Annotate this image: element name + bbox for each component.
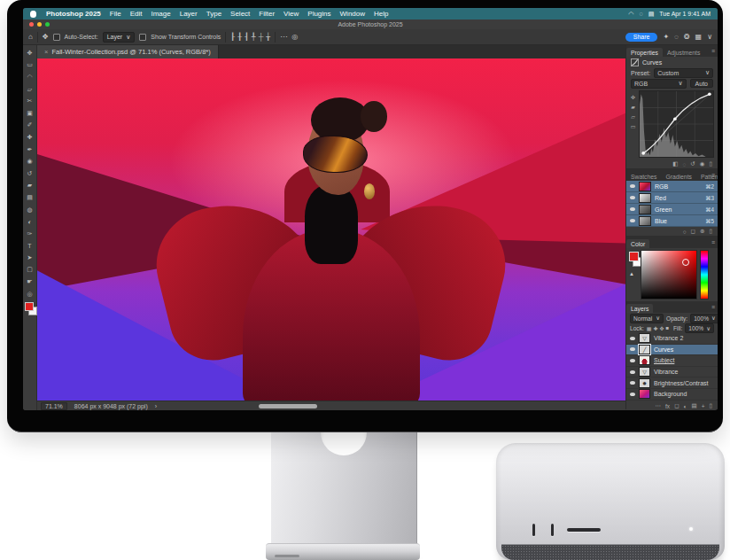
chevron-down-icon[interactable]: ∨ <box>707 33 712 41</box>
canvas[interactable] <box>37 58 625 401</box>
move-tool-icon[interactable]: ✥ <box>43 33 49 41</box>
tab-gradients[interactable]: Gradients <box>661 172 695 181</box>
panel-menu-icon[interactable]: ≡ <box>711 239 715 245</box>
channel-row-rgb[interactable]: RGB ⌘2 <box>626 181 718 192</box>
menu-item-filter[interactable]: Filter <box>254 10 279 18</box>
search-icon[interactable]: ◌ <box>674 33 679 41</box>
color-picker-ring[interactable] <box>682 259 689 266</box>
home-icon[interactable]: ⌂ <box>28 33 33 41</box>
menu-item-select[interactable]: Select <box>226 10 254 18</box>
layer-thumbnail[interactable] <box>639 355 650 365</box>
align-icon-5[interactable]: ╁ <box>266 33 270 41</box>
object-selection-tool-icon[interactable]: ▱ <box>25 83 35 96</box>
panel-menu-icon[interactable]: ≡ <box>711 172 715 178</box>
healing-brush-tool-icon[interactable]: ✚ <box>25 131 35 144</box>
layer-thumbnail[interactable]: ▽ <box>639 333 650 343</box>
menu-item-view[interactable]: View <box>279 10 303 18</box>
brush-tool-icon[interactable]: ✒ <box>25 144 35 156</box>
delete-channel-icon[interactable]: ▯ <box>709 228 712 235</box>
auto-select-checkbox[interactable] <box>53 34 60 41</box>
previous-state-icon[interactable]: ◉ <box>700 160 705 167</box>
eye-icon[interactable] <box>630 219 635 222</box>
frame-tool-icon[interactable]: ▣ <box>25 107 35 120</box>
menu-item-edit[interactable]: Edit <box>126 10 147 18</box>
align-icon-4[interactable]: ┼ <box>259 33 264 41</box>
layer-row-vibrance-2[interactable]: ▽ Vibrance 2 <box>626 333 718 345</box>
menu-item-image[interactable]: Image <box>146 10 175 18</box>
menu-item-type[interactable]: Type <box>202 10 226 18</box>
apple-menu-icon[interactable] <box>30 11 36 18</box>
close-tab-icon[interactable]: × <box>44 48 48 56</box>
lock-icon-3[interactable]: ■ <box>666 325 670 331</box>
eye-icon[interactable] <box>630 337 635 340</box>
show-transform-checkbox[interactable] <box>139 34 146 41</box>
preset-dropdown[interactable]: Custom ∨ <box>654 68 713 78</box>
saturation-brightness-field[interactable] <box>641 250 697 299</box>
layer-thumbnail[interactable]: ▽ <box>639 367 650 377</box>
eraser-tool-icon[interactable]: ▰ <box>25 180 35 192</box>
fill-dropdown[interactable]: 100% ∨ <box>685 323 714 333</box>
layer-row-background[interactable]: Background <box>626 389 718 401</box>
menu-item-help[interactable]: Help <box>369 10 392 18</box>
align-icon-3[interactable]: ╀ <box>252 33 256 41</box>
workspace-icon[interactable]: ▦ <box>695 33 703 41</box>
foreground-color-swatch[interactable] <box>629 252 639 261</box>
save-selection-icon[interactable]: ◻ <box>691 228 695 235</box>
shape-tool-icon[interactable]: ▢ <box>25 264 35 276</box>
auto-select-dropdown[interactable]: Layer ∨ <box>103 32 136 43</box>
load-selection-icon[interactable]: ○ <box>683 229 687 235</box>
layer-row-brightness-contrast[interactable]: ✹ Brightness/Contrast <box>626 377 718 389</box>
panel-menu-icon[interactable]: ≡ <box>711 48 715 54</box>
layer-thumbnail[interactable] <box>639 389 650 399</box>
eye-icon[interactable] <box>630 207 635 211</box>
menu-item-window[interactable]: Window <box>336 10 369 18</box>
tool-options-icon[interactable]: ◎ <box>291 33 298 41</box>
foreground-color-swatch[interactable] <box>25 302 34 311</box>
eye-icon[interactable] <box>630 393 635 396</box>
eye-icon[interactable] <box>630 184 635 188</box>
hue-slider[interactable] <box>700 250 709 299</box>
wifi-icon[interactable]: ◠ <box>628 11 633 18</box>
more-options-icon[interactable]: ⋯ <box>280 33 287 41</box>
zoom-level-field[interactable]: 71.1% <box>41 402 67 410</box>
blur-tool-icon[interactable]: ◍ <box>25 204 35 216</box>
status-arrow-icon[interactable]: › <box>155 403 157 409</box>
menu-item-layer[interactable]: Layer <box>175 10 202 18</box>
color-swatches[interactable] <box>25 302 35 315</box>
new-channel-icon[interactable]: ⊕ <box>700 228 704 235</box>
eyedropper-tool-icon[interactable]: ✐ <box>25 120 35 132</box>
panel-menu-icon[interactable]: ≡ <box>711 304 715 310</box>
eye-icon[interactable] <box>630 370 635 374</box>
menu-item-photoshop-2025[interactable]: Photoshop 2025 <box>42 10 105 18</box>
history-brush-tool-icon[interactable]: ↺ <box>25 167 35 180</box>
layer-row-curves[interactable]: ╱ Curves <box>626 345 718 356</box>
document-tab[interactable]: × Fall-Winter-Collection.psd @ 71.1% (Cu… <box>37 45 219 58</box>
eyedropper-icon-3[interactable]: ▭ <box>631 123 636 129</box>
lock-icon-1[interactable]: ✚ <box>653 325 657 331</box>
mask-icon[interactable]: ◻ <box>674 402 679 409</box>
crop-tool-icon[interactable]: ✂ <box>25 95 35 107</box>
new-layer-icon[interactable]: + <box>702 403 705 409</box>
hand-tool-icon[interactable]: ☛ <box>25 276 35 288</box>
eyedropper-icon-1[interactable]: ▰ <box>631 104 635 110</box>
menu-item-file[interactable]: File <box>105 10 126 18</box>
tab-layers[interactable]: Layers <box>626 304 653 313</box>
layer-thumbnail[interactable]: ╱ <box>639 345 650 354</box>
blend-mode-dropdown[interactable]: Normal ∨ <box>630 314 664 323</box>
move-tool-icon[interactable]: ✥ <box>25 47 35 59</box>
menu-bar-clock[interactable]: Tue Apr 1 9:41 AM <box>659 11 711 17</box>
more-icon[interactable]: ⋯ <box>656 402 662 409</box>
effects-icon[interactable]: fx <box>665 403 670 409</box>
channel-row-red[interactable]: Red ⌘3 <box>626 192 718 204</box>
lasso-tool-icon[interactable]: ◠ <box>25 71 35 83</box>
layer-row-vibrance[interactable]: ▽ Vibrance <box>626 367 718 378</box>
marquee-tool-icon[interactable]: ▭ <box>25 59 35 72</box>
clone-stamp-tool-icon[interactable]: ◉ <box>25 155 35 167</box>
path-selection-tool-icon[interactable]: ➤ <box>25 252 35 264</box>
curve-graph[interactable] <box>639 90 714 158</box>
eye-icon[interactable] <box>630 381 635 385</box>
share-button[interactable]: Share <box>625 33 658 42</box>
zoom-tool-icon[interactable]: ◎ <box>25 288 35 300</box>
channel-row-green[interactable]: Green ⌘4 <box>626 204 718 215</box>
type-tool-icon[interactable]: T <box>25 240 35 253</box>
